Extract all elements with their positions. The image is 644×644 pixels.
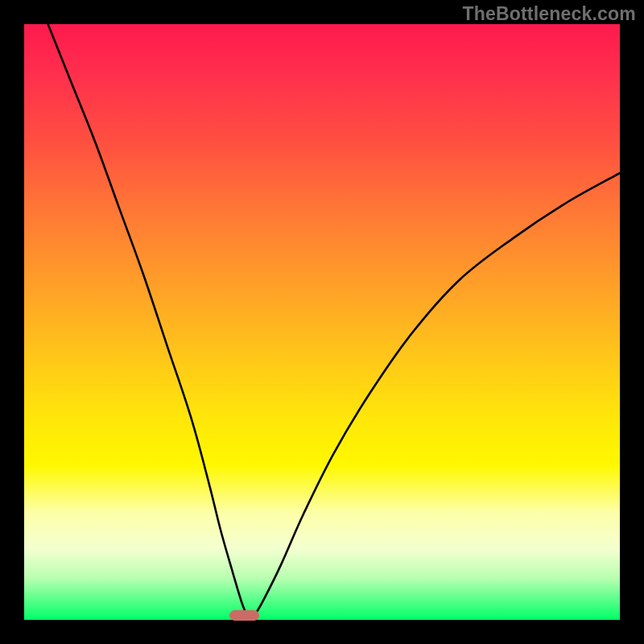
curve-left-branch <box>48 24 248 617</box>
bottleneck-curve <box>24 24 620 620</box>
watermark-text: TheBottleneck.com <box>462 3 636 25</box>
optimal-marker <box>229 610 259 621</box>
plot-area <box>24 24 620 620</box>
curve-right-branch <box>254 173 620 617</box>
chart-frame: TheBottleneck.com <box>0 0 644 644</box>
